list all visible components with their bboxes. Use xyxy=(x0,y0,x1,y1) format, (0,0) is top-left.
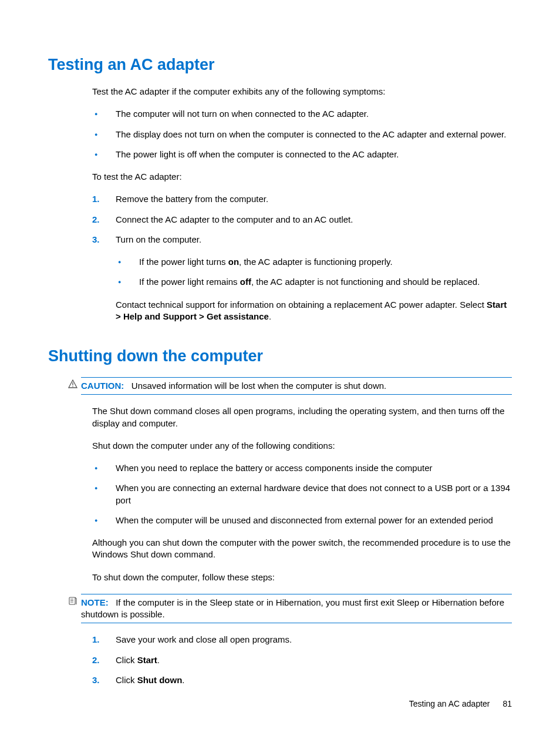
page-footer: Testing an AC adapter 81 xyxy=(409,699,512,708)
list-item: If the power light remains off, the AC a… xyxy=(116,276,512,288)
caution-icon xyxy=(68,379,77,389)
list-item: The computer will not turn on when conne… xyxy=(92,108,512,120)
text: Click xyxy=(116,675,137,685)
text: . xyxy=(269,311,271,321)
text: Contact technical support for informatio… xyxy=(116,300,487,310)
text: . xyxy=(157,655,160,665)
text: . xyxy=(182,675,184,685)
bold-text: on xyxy=(228,257,239,267)
step-text: Turn on the computer. xyxy=(116,234,201,244)
note-icon xyxy=(68,596,77,606)
list-item: The display does not turn on when the co… xyxy=(92,129,512,140)
heading-testing-ac-adapter: Testing an AC adapter xyxy=(48,56,512,74)
note-label: NOTE: xyxy=(81,597,109,607)
text: , the AC adapter is not functioning and … xyxy=(251,277,480,287)
list-item: 2.Connect the AC adapter to the computer… xyxy=(92,214,512,226)
paragraph: Shut down the computer under any of the … xyxy=(92,440,512,452)
power-light-results: If the power light turns on, the AC adap… xyxy=(116,256,512,288)
text: If the power light turns xyxy=(139,257,228,267)
contact-paragraph: Contact technical support for informatio… xyxy=(116,299,512,323)
footer-title: Testing an AC adapter xyxy=(409,699,490,708)
list-item: The power light is off when the computer… xyxy=(92,149,512,160)
text: If the power light remains xyxy=(139,277,240,287)
svg-rect-2 xyxy=(69,597,75,604)
test-intro: To test the AC adapter: xyxy=(92,171,512,183)
page-number: 81 xyxy=(502,699,512,708)
paragraph: Although you can shut down the computer … xyxy=(92,537,512,561)
note-text: If the computer is in the Sleep state or… xyxy=(81,597,504,619)
list-item: When the computer will be unused and dis… xyxy=(92,515,512,526)
text: , the AC adapter is functioning properly… xyxy=(239,257,393,267)
text: Click xyxy=(116,655,137,665)
heading-shutting-down: Shutting down the computer xyxy=(48,347,512,365)
svg-point-1 xyxy=(72,386,73,387)
caution-text: Unsaved information will be lost when th… xyxy=(131,381,386,391)
bold-text: off xyxy=(240,277,251,287)
step-text: Remove the battery from the computer. xyxy=(116,194,268,204)
shutdown-steps: 1.Save your work and close all open prog… xyxy=(92,634,512,686)
list-item: When you need to replace the battery or … xyxy=(92,462,512,474)
list-item: 1.Remove the battery from the computer. xyxy=(92,193,512,205)
list-item: 3.Turn on the computer. xyxy=(92,234,512,246)
intro-paragraph: Test the AC adapter if the computer exhi… xyxy=(92,86,512,98)
list-item: 3.Click Shut down. xyxy=(92,674,512,686)
step-text: Save your work and close all open progra… xyxy=(116,634,292,644)
bold-text: Start xyxy=(137,655,157,665)
note-box: NOTE: If the computer is in the Sleep st… xyxy=(81,594,512,624)
list-item: 1.Save your work and close all open prog… xyxy=(92,634,512,646)
paragraph: The Shut down command closes all open pr… xyxy=(92,405,512,429)
list-item: When you are connecting an external hard… xyxy=(92,482,512,506)
list-item: If the power light turns on, the AC adap… xyxy=(116,256,512,268)
conditions-list: When you need to replace the battery or … xyxy=(92,462,512,526)
paragraph: To shut down the computer, follow these … xyxy=(92,572,512,583)
caution-label: CAUTION: xyxy=(81,381,124,391)
step-text: Connect the AC adapter to the computer a… xyxy=(116,214,353,224)
list-item: 2.Click Start. xyxy=(92,654,512,666)
caution-box: CAUTION: Unsaved information will be los… xyxy=(81,377,512,395)
test-steps: 1.Remove the battery from the computer. … xyxy=(92,193,512,246)
bold-text: Shut down xyxy=(137,675,183,685)
symptom-list: The computer will not turn on when conne… xyxy=(92,108,512,160)
